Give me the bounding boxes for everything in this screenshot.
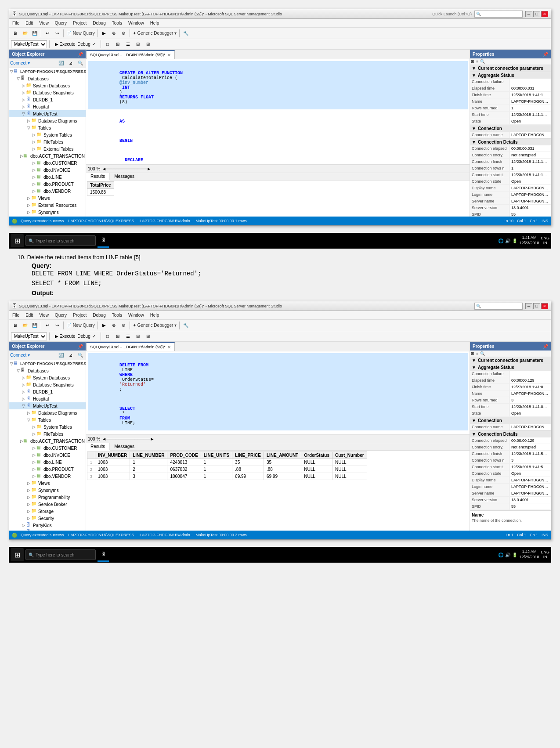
props-tool-1[interactable]: ⊞ (471, 59, 474, 64)
database-dropdown-2[interactable]: MakeUpTest (11, 332, 47, 340)
menu-query-2[interactable]: Query (54, 312, 68, 318)
toolbar-btn3-2[interactable]: ⊙ (119, 321, 128, 330)
toolbar2-btn2[interactable]: ⊞ (113, 40, 122, 49)
toolbar2-btn4-2[interactable]: ⊟ (134, 332, 142, 341)
menu-project[interactable]: Project (72, 20, 88, 26)
tree-system-dbs[interactable]: ▷ 📁 System Databases (9, 82, 86, 89)
tree-invoice[interactable]: ▷ ▦ dbo.INVOICE (9, 166, 86, 173)
oe-connect-btn[interactable]: Connect ▾ (10, 61, 30, 65)
menu-file[interactable]: File (11, 20, 21, 26)
debug-btn-2[interactable]: Debug (79, 332, 88, 341)
execute-btn-2[interactable]: ▶ Execute (52, 332, 78, 341)
toolbar-btn-misc[interactable]: 🔧 (181, 29, 190, 38)
tree-line[interactable]: ▷ ▦ dbo.LINE (9, 173, 86, 181)
menu-query[interactable]: Query (54, 20, 68, 26)
tree-synonyms[interactable]: ▷ 📁 Synonyms (9, 209, 86, 216)
prop-section-current-header[interactable]: ▼ Current connection parameters (470, 65, 551, 72)
tree-line-2[interactable]: ▷ ▦ dbo.LINE (9, 459, 86, 466)
tab-close-1[interactable]: ✕ (167, 53, 171, 58)
tree-makeuptest-2[interactable]: ▽ 🗄 MakeUpTest (9, 402, 86, 409)
tree-programmability-2[interactable]: ▷ 📁 Programmability (9, 494, 86, 501)
tree-invoice-2[interactable]: ▷ ▦ dbo.INVOICE (9, 452, 86, 459)
menu-help-2[interactable]: Help (149, 312, 161, 318)
menu-window[interactable]: Window (127, 20, 145, 26)
toolbar-btn1-2[interactable]: ▶ (100, 321, 108, 330)
restore-button-2[interactable]: □ (533, 303, 540, 309)
tree-views-2[interactable]: ▷ 📁 Views (9, 480, 86, 487)
minimize-button-2[interactable]: ─ (525, 303, 532, 309)
tree-sqlex-2[interactable]: ▷ 🗄 SQLEX (9, 529, 86, 531)
menu-tools[interactable]: Tools (111, 20, 123, 26)
tree-tables-2[interactable]: ▽ 📁 Tables (9, 416, 86, 423)
tree-tables[interactable]: ▽ 📁 Tables (9, 124, 86, 131)
tree-sys-tables[interactable]: ▷ 📁 System Tables (9, 131, 86, 138)
open-btn-2[interactable]: 📂 (21, 321, 29, 330)
tree-server-2[interactable]: ▽ 🖥 LAPTOP-FHDG0N1R\SQLEXPRESS (SQL… (9, 360, 86, 367)
tree-filetables-2[interactable]: ▷ 📁 FileTables (9, 430, 86, 437)
tree-storage-2[interactable]: ▷ 📁 Storage (9, 508, 86, 515)
prop-details-header[interactable]: ▼ Connection Details (470, 139, 551, 145)
new-query-btn[interactable]: 🗎 (11, 29, 20, 38)
tree-server[interactable]: ▽ 🖥 LAPTOP-FHDG0N1R\SQLEXPRESS (SQL… (9, 68, 86, 75)
tree-vendor-2[interactable]: ▷ ▦ dbo.VENDOR (9, 473, 86, 480)
parse-btn-2[interactable]: ✓ (90, 332, 98, 341)
props-tool-3-2[interactable]: 🔍 (480, 351, 485, 356)
tree-sys-tables-2[interactable]: ▷ 📁 System Tables (9, 423, 86, 430)
tree-security-2[interactable]: ▷ 📁 Security (9, 515, 86, 522)
props-tool-1-2[interactable]: ⊞ (471, 351, 474, 356)
oe-search-btn-2[interactable]: 🔍 (76, 351, 85, 360)
tree-db-snapshots[interactable]: ▷ 📁 Database Snapshots (9, 89, 86, 96)
query-editor-2[interactable]: DELETE FROM LINE WHERE OrderStatus= 'Ret… (86, 351, 470, 435)
toolbar2-btn5[interactable]: ⊞ (144, 40, 152, 49)
tree-ext-resources[interactable]: ▷ 📁 External Resources (9, 202, 86, 209)
parse-btn-1[interactable]: ✓ (90, 40, 98, 49)
menu-file-2[interactable]: File (11, 312, 21, 318)
tree-diagrams[interactable]: ▷ 📁 Database Diagrams (9, 117, 86, 124)
debug-btn-1[interactable]: Debug (79, 40, 88, 49)
redo-btn-2[interactable]: ↪ (53, 321, 61, 330)
quick-launch-box-2[interactable]: 🔍 (474, 303, 523, 310)
props-tool-2-2[interactable]: ≡ (476, 351, 478, 356)
start-btn-2[interactable]: ⊞ (11, 548, 24, 561)
save-btn[interactable]: 💾 (30, 29, 39, 38)
tree-makeuptest[interactable]: ▽ 🗄 MakeUpTest (9, 110, 86, 117)
tree-diagrams-2[interactable]: ▷ 📁 Database Diagrams (9, 409, 86, 416)
tree-system-dbs-2[interactable]: ▷ 📁 System Databases (9, 374, 86, 381)
prop-conn-header-2[interactable]: ▼ Connection (470, 417, 551, 424)
toolbar2-btn5-2[interactable]: ⊞ (144, 332, 152, 341)
menu-debug[interactable]: Debug (91, 20, 107, 26)
prop-details-header-2[interactable]: ▼ Connection Details (470, 431, 551, 437)
execute-btn-1[interactable]: ▶ Execute (52, 40, 78, 49)
taskbar-search-1[interactable]: 🔍 Type here to search (25, 235, 96, 246)
new-query-btn-2[interactable]: 🗎 (11, 321, 20, 330)
toolbar-btn3[interactable]: ⊙ (119, 29, 128, 38)
oe-refresh-btn-2[interactable]: 🔄 (57, 351, 65, 360)
toolbar2-btn1-2[interactable]: □ (103, 332, 112, 341)
taskbar-ssms-1[interactable]: 🗄 (98, 234, 109, 248)
tree-hospital-2[interactable]: ▷ 🗄 Hospital (9, 395, 86, 402)
toolbar2-btn4[interactable]: ⊟ (134, 40, 142, 49)
menu-project-2[interactable]: Project (72, 312, 88, 318)
menu-help[interactable]: Help (149, 20, 161, 26)
menu-view-2[interactable]: View (38, 312, 50, 318)
prop-section-current-header-2[interactable]: ▼ Current connection parameters (470, 357, 551, 364)
results-tab-messages-1[interactable]: Messages (110, 173, 139, 180)
toolbar-btn2[interactable]: ⊕ (109, 29, 118, 38)
results-tab-results-2[interactable]: Results (86, 443, 110, 451)
menu-edit[interactable]: Edit (24, 20, 34, 26)
toolbar-btn1[interactable]: ▶ (100, 29, 108, 38)
oe-refresh-btn[interactable]: 🔄 (57, 59, 65, 68)
toolbar2-btn3-2[interactable]: ☰ (123, 332, 132, 341)
tree-dlrdb-2[interactable]: ▷ 🗄 DLRDB_1 (9, 388, 86, 395)
tab-close-2[interactable]: ✕ (167, 345, 171, 350)
minimize-button-1[interactable]: ─ (525, 11, 532, 17)
open-btn[interactable]: 📂 (21, 29, 29, 38)
prop-conn-header[interactable]: ▼ Connection (470, 125, 551, 132)
taskbar-ssms-2[interactable]: 🗄 (98, 548, 109, 562)
tree-customer-2[interactable]: ▷ ▦ dbo.CUSTOMER (9, 444, 86, 452)
tree-databases-2[interactable]: ▽ 🗄 Databases (9, 367, 86, 374)
tree-partykids-2[interactable]: ▷ 🗄 PartyKids (9, 522, 86, 529)
props-tool-2[interactable]: ≡ (476, 59, 478, 64)
oe-search-btn[interactable]: 🔍 (76, 59, 85, 68)
menu-edit-2[interactable]: Edit (24, 312, 34, 318)
